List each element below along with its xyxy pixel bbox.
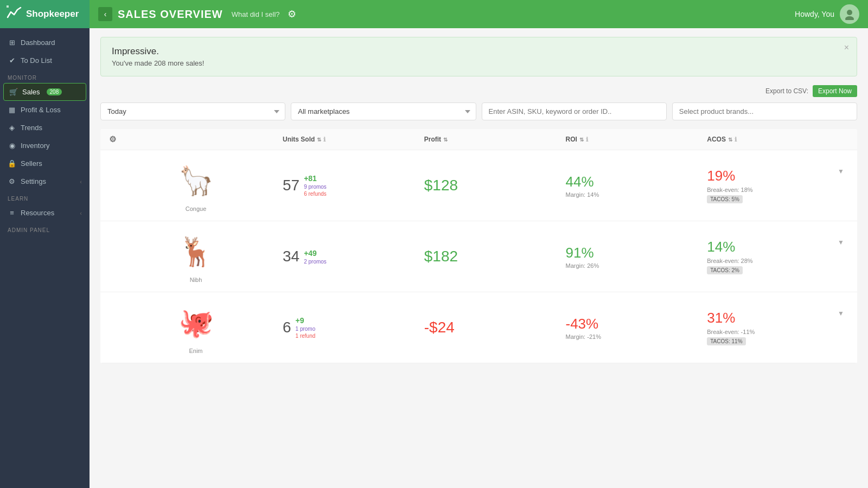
product-image-congue: 🦙: [174, 159, 218, 202]
units-info-icon[interactable]: ℹ: [323, 136, 326, 143]
profit-label: Profit: [424, 136, 441, 143]
profit-cell-congue: $128: [424, 177, 566, 194]
units-cell-nibh: 34 +49 2 promos: [283, 248, 424, 265]
units-main-enim: 6: [283, 319, 291, 336]
date-filter[interactable]: Today: [100, 102, 285, 120]
sidebar-item-label: Profit & Loss: [21, 106, 61, 114]
tacos-nibh: TACOS: 2%: [707, 266, 743, 274]
sidebar-item-inventory[interactable]: ◉ Inventory: [0, 137, 90, 155]
sidebar-item-dashboard[interactable]: ⊞ Dashboard: [0, 34, 90, 52]
resources-arrow-icon: ‹: [80, 210, 82, 216]
acos-sort-icon[interactable]: ⇅: [728, 137, 732, 143]
col-header-profit: Profit ⇅: [424, 136, 566, 143]
banner-close-button[interactable]: ×: [844, 43, 849, 53]
product-name-nibh: Nibh: [190, 277, 202, 283]
units-sold-label: Units Sold: [283, 136, 315, 143]
acos-dropdown-enim[interactable]: ▼: [838, 310, 844, 317]
marketplace-filter[interactable]: All marketplaces: [291, 102, 476, 120]
search-input[interactable]: [482, 102, 667, 120]
dashboard-icon: ⊞: [8, 38, 16, 47]
settings-gear-button[interactable]: ⚙: [288, 8, 296, 20]
breakeven-nibh: Break-even: 28%: [707, 258, 848, 264]
sidebar-logo[interactable]: Shopkeeper: [0, 0, 90, 28]
acos-value-congue: 19%: [707, 168, 735, 184]
col-header-units: Units Sold ⇅ ℹ: [283, 136, 424, 143]
settings-icon: ⚙: [8, 177, 16, 185]
sidebar-item-trends[interactable]: ◈ Trends: [0, 119, 90, 137]
sidebar-item-profit-loss[interactable]: ▦ Profit & Loss: [0, 101, 90, 119]
units-side-congue: +81 9 promos 6 refunds: [304, 174, 327, 197]
sidebar-item-label: Trends: [21, 124, 42, 132]
profit-sort-icon[interactable]: ⇅: [443, 137, 448, 143]
resources-icon: ≡: [8, 209, 16, 217]
col-header-roi: ROI ⇅ ℹ: [566, 136, 707, 143]
profit-cell-nibh: $182: [424, 248, 566, 265]
product-cell-enim: 🐙 Enim: [109, 301, 283, 354]
roi-cell-enim: -43% Margin: -21%: [566, 316, 707, 340]
table-settings-icon[interactable]: ⚙: [109, 134, 116, 144]
sidebar-toggle-button[interactable]: ‹: [98, 7, 112, 21]
user-greeting-text: Howdy, You: [795, 10, 834, 18]
table-row: 🦌 Nibh 34 +49 2 promos $182 91% Margin: …: [100, 221, 857, 292]
roi-info-icon[interactable]: ℹ: [586, 136, 588, 143]
roi-cell-nibh: 91% Margin: 26%: [566, 245, 707, 269]
sidebar-item-label: Settings: [21, 177, 46, 185]
page-subtitle: What did I sell?: [232, 10, 280, 18]
acos-value-nibh: 14%: [707, 239, 735, 255]
brands-input[interactable]: [672, 102, 857, 120]
svg-rect-0: [7, 5, 9, 8]
units-change-congue: +81: [304, 174, 327, 183]
units-side-enim: +9 1 promo 1 refund: [296, 316, 316, 339]
units-main-nibh: 34: [283, 248, 299, 265]
sidebar-item-resources[interactable]: ≡ Resources ‹: [0, 204, 90, 222]
roi-value-nibh: 91%: [566, 245, 707, 261]
units-promos-enim: 1 promo: [296, 326, 316, 332]
units-promos-nibh: 2 promos: [304, 259, 327, 265]
logo-icon: [7, 5, 22, 23]
sidebar-item-sales[interactable]: 🛒 Sales 208: [3, 83, 86, 101]
page-title: SALES OVERVIEW: [118, 8, 223, 21]
sidebar-item-label: Sales: [22, 88, 40, 96]
roi-value-congue: 44%: [566, 174, 707, 190]
banner-text: You've made 208 more sales!: [112, 59, 846, 67]
acos-dropdown-congue[interactable]: ▼: [838, 168, 844, 175]
top-header: ‹ SALES OVERVIEW What did I sell? ⚙ Howd…: [90, 0, 868, 28]
main-area: ‹ SALES OVERVIEW What did I sell? ⚙ Howd…: [90, 0, 868, 488]
acos-info-icon[interactable]: ℹ: [735, 136, 737, 143]
settings-arrow-icon: ‹: [80, 178, 82, 185]
acos-dropdown-nibh[interactable]: ▼: [838, 239, 844, 246]
acos-cell-nibh: 14% ▼ Break-even: 28% TACOS: 2%: [707, 239, 848, 274]
promo-banner: Impressive. You've made 208 more sales! …: [100, 37, 857, 76]
col-header-acos: ACOS ⇅ ℹ: [707, 136, 848, 143]
units-change-nibh: +49: [304, 249, 327, 258]
sidebar-item-label: Dashboard: [21, 38, 55, 47]
main-content: Impressive. You've made 208 more sales! …: [90, 28, 868, 488]
acos-cell-congue: 19% ▼ Break-even: 18% TACOS: 5%: [707, 168, 848, 203]
sidebar-item-settings[interactable]: ⚙ Settings ‹: [0, 172, 90, 190]
units-change-enim: +9: [296, 316, 316, 325]
acos-cell-enim: 31% ▼ Break-even: -11% TACOS: 11%: [707, 310, 848, 345]
units-side-nibh: +49 2 promos: [304, 249, 327, 265]
sellers-icon: 🔒: [8, 159, 16, 168]
section-monitor: MONITOR: [0, 69, 90, 83]
sidebar-item-label: To Do List: [21, 56, 52, 65]
product-image-nibh: 🦌: [174, 230, 218, 273]
sidebar-item-label: Resources: [21, 209, 54, 217]
export-now-button[interactable]: Export Now: [813, 85, 857, 97]
product-name-congue: Congue: [186, 206, 207, 212]
sales-icon: 🛒: [9, 88, 18, 96]
sidebar-nav: ⊞ Dashboard ✔ To Do List MONITOR 🛒 Sales…: [0, 28, 90, 488]
roi-label: ROI: [566, 136, 577, 143]
table-row: 🐙 Enim 6 +9 1 promo 1 refund -$24 -43%: [100, 292, 857, 363]
sidebar-item-label: Sellers: [21, 159, 42, 168]
roi-sort-icon[interactable]: ⇅: [579, 137, 584, 143]
sidebar-item-sellers[interactable]: 🔒 Sellers: [0, 155, 90, 172]
units-refunds-enim: 1 refund: [296, 333, 316, 339]
sales-badge: 208: [47, 88, 62, 95]
units-sort-icon[interactable]: ⇅: [317, 137, 321, 143]
product-image-enim: 🐙: [174, 301, 218, 344]
svg-point-1: [847, 10, 852, 15]
units-cell-enim: 6 +9 1 promo 1 refund: [283, 316, 424, 339]
sidebar-item-todo[interactable]: ✔ To Do List: [0, 52, 90, 69]
products-table: ⚙ Units Sold ⇅ ℹ Profit ⇅ ROI ⇅ ℹ ACOS: [100, 129, 857, 363]
